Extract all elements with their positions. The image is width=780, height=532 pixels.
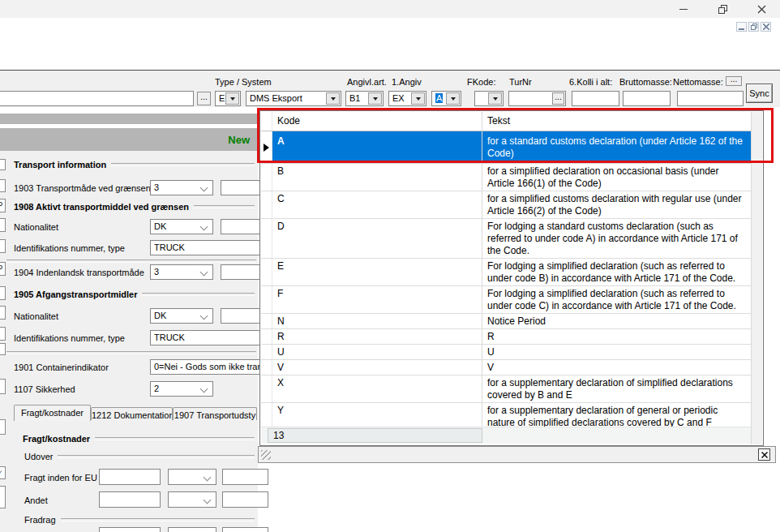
fradrag-extra-input[interactable] xyxy=(222,527,268,532)
grid-row-R[interactable]: RR xyxy=(261,329,752,345)
clipped-p-button[interactable]: P xyxy=(0,262,6,276)
nationalitet-combo[interactable]: DK xyxy=(150,219,213,234)
dropdown-button[interactable] xyxy=(225,92,239,105)
fkode2-combo[interactable] xyxy=(474,91,504,106)
row-selector-cell xyxy=(261,360,272,375)
group-transport-information: Transport information xyxy=(14,160,255,169)
grid-row-A[interactable]: Afor a standard customs declaration (und… xyxy=(261,131,752,164)
row-selector-cell xyxy=(261,191,272,218)
header-ellipsis-button[interactable]: ... xyxy=(726,76,742,86)
dropdown-button[interactable] xyxy=(326,92,340,105)
grid-row-U[interactable]: UU xyxy=(261,345,752,360)
window-minimize-button[interactable] xyxy=(670,0,697,18)
grid-row-X[interactable]: Xfor a supplementary declaration of simp… xyxy=(261,375,752,403)
ellipsis-icon: ... xyxy=(731,78,737,81)
netto-input[interactable] xyxy=(677,91,744,106)
clipped-control[interactable] xyxy=(0,379,6,394)
angiv1-combo[interactable]: EX xyxy=(388,91,426,106)
sync-button[interactable]: Sync xyxy=(746,84,773,103)
close-icon xyxy=(761,452,768,458)
grid-row-D[interactable]: DFor lodging a standard customs declarat… xyxy=(261,219,752,259)
clipped-checkbox[interactable]: ✓ xyxy=(0,466,6,479)
fradrag-amount-input[interactable] xyxy=(99,527,161,532)
cell-tekst: for a supplementary declaration of simpl… xyxy=(482,375,752,402)
dropdown-button[interactable] xyxy=(488,92,502,105)
clipped-control[interactable] xyxy=(0,179,6,192)
angiv1-label: 1.Angiv xyxy=(392,77,422,87)
tab-1907-transportudstyr[interactable]: 1907 Transportudsty xyxy=(173,407,257,420)
tab-fragt-kostnader[interactable]: Fragt/kostnader xyxy=(14,405,91,421)
clipped-control[interactable] xyxy=(0,159,6,170)
kolli-label: 6.Kolli i alt: xyxy=(569,77,612,87)
kolli-input[interactable] xyxy=(572,91,619,106)
reference-input[interactable] xyxy=(0,91,194,106)
andet-label: Andet xyxy=(24,496,48,505)
andet-amount-input[interactable] xyxy=(99,491,161,508)
mdi-minimize-button[interactable] xyxy=(736,22,747,32)
row-selector-cell xyxy=(261,286,272,313)
popup-close-button[interactable] xyxy=(758,448,770,461)
fradrag-currency-combo[interactable] xyxy=(168,527,216,532)
dropdown-button[interactable] xyxy=(446,92,460,105)
resize-grip-icon[interactable] xyxy=(261,450,271,460)
popup-grid-body: Afor a standard customs declaration (und… xyxy=(261,131,752,431)
mdi-close-button[interactable] xyxy=(761,22,771,32)
clipped-control[interactable] xyxy=(0,343,6,355)
chevron-down-icon xyxy=(373,97,378,101)
cell-kode: N xyxy=(272,314,482,328)
cell-tekst: R xyxy=(482,329,752,344)
grid-header-row: Kode Tekst xyxy=(261,112,752,131)
window-restore-button[interactable] xyxy=(709,0,736,18)
grid-row-C[interactable]: Cfor a simplified customs declaration wi… xyxy=(261,191,752,219)
brutto-input[interactable] xyxy=(623,91,671,106)
type-combo[interactable]: E xyxy=(215,91,241,106)
field-1107-combo[interactable]: 2 xyxy=(150,381,213,397)
angiv1-combo-value: EX xyxy=(392,93,405,103)
clipped-control[interactable] xyxy=(0,286,6,300)
nationalitet2-combo[interactable]: DK xyxy=(150,308,213,324)
system-combo[interactable]: DMS Eksport xyxy=(246,91,341,106)
mdi-restore-button[interactable] xyxy=(748,22,759,32)
restore-icon xyxy=(718,5,727,14)
clipped-control[interactable] xyxy=(0,327,6,341)
tab-1212-dokumentation[interactable]: 1212 Dokumentation xyxy=(91,407,173,420)
fragt-eu-currency-combo[interactable] xyxy=(168,469,216,485)
cell-tekst: for a simplified customs declaration wit… xyxy=(482,191,752,218)
andet-currency-combo[interactable] xyxy=(168,491,216,508)
grid-row-E[interactable]: EFor lodging a simplified declaration (s… xyxy=(261,259,752,286)
turnr-lookup-button[interactable]: ... xyxy=(552,92,564,105)
grid-row-N[interactable]: NNotice Period xyxy=(261,314,752,329)
field-1904-combo[interactable]: 3 xyxy=(150,264,213,280)
reference-lookup-button[interactable]: ... xyxy=(197,92,211,105)
clipped-control[interactable] xyxy=(0,218,6,232)
app-window: { "titlebar": { "minimize_icon": "–", "r… xyxy=(0,0,780,532)
grid-row-B[interactable]: Bfor a simplified declaration on occasio… xyxy=(261,164,752,191)
identifikation-label: Identifikations nummer, type xyxy=(14,243,125,253)
vertical-scrollbar[interactable] xyxy=(751,112,762,444)
field-1903-combo[interactable]: 3 xyxy=(150,180,213,195)
grid-row-F[interactable]: FFor lodging a simplified declaration (s… xyxy=(261,286,752,314)
clipped-control[interactable] xyxy=(0,486,6,508)
clipped-control[interactable] xyxy=(0,239,6,253)
chevron-down-icon xyxy=(204,496,212,504)
fragt-eu-extra-input[interactable] xyxy=(222,469,268,485)
field-1901-combo[interactable]: 0=Nei - Gods som ikke tran xyxy=(150,359,268,375)
clipped-control[interactable] xyxy=(0,419,6,435)
subgroup-fradrag: Fradrag xyxy=(24,515,255,525)
angivlart-combo[interactable]: B1 xyxy=(345,91,384,106)
grid-row-V[interactable]: VV xyxy=(261,360,752,375)
fkode-combo[interactable]: A xyxy=(431,91,461,106)
fkode-selected-text: A xyxy=(435,93,443,103)
andet-extra-input[interactable] xyxy=(222,491,268,508)
group-fragt-kostnader: Fragt/kostnader xyxy=(23,434,255,444)
identifikation-input[interactable]: TRUCK xyxy=(150,240,268,255)
clipped-p-button[interactable]: P xyxy=(0,199,6,212)
dropdown-button[interactable] xyxy=(411,92,425,105)
window-close-button[interactable] xyxy=(748,0,775,18)
dropdown-button[interactable] xyxy=(368,92,382,105)
clipped-control[interactable] xyxy=(0,306,6,320)
identifikation2-input[interactable]: TRUCK xyxy=(150,330,268,345)
ellipsis-icon: ... xyxy=(200,96,207,99)
divider xyxy=(6,260,256,263)
fragt-eu-amount-input[interactable] xyxy=(99,469,161,485)
